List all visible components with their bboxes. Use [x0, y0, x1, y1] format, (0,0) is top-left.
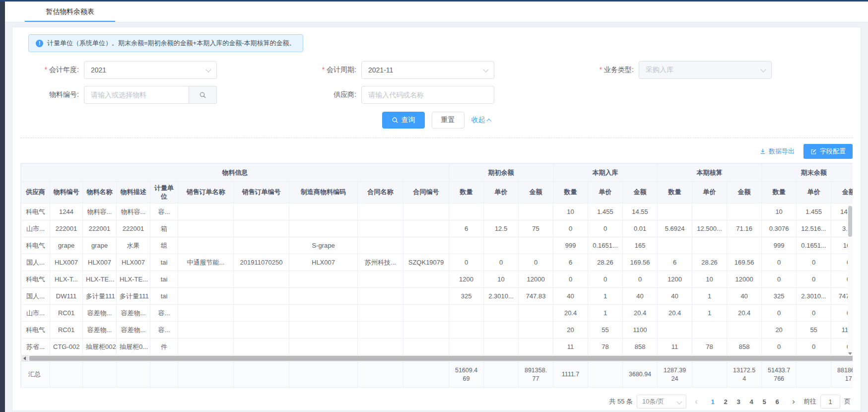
- horizontal-scrollbar[interactable]: [28, 355, 853, 361]
- reset-button[interactable]: 重置: [432, 112, 465, 129]
- next-page-button[interactable]: ›: [788, 395, 800, 409]
- page-number-3[interactable]: 3: [732, 395, 745, 409]
- table-cell: 325: [449, 288, 484, 305]
- table-cell: [358, 237, 403, 254]
- table-cell: [519, 339, 553, 355]
- data-export-link[interactable]: 数据导出: [759, 147, 795, 156]
- table-cell: [234, 339, 289, 355]
- field-config-button[interactable]: 字段配置: [803, 144, 853, 159]
- table-cell: [519, 204, 553, 220]
- table-header-row: 供应商物料编号物料名称物料描述计量单位销售订单名称销售订单编号制造商物料编码合同…: [21, 182, 853, 204]
- table-row: 科电气1244物料容...物料容...容...101.45514.55101.4…: [21, 204, 853, 220]
- table-cell: 0: [797, 271, 831, 288]
- collapse-link-label: 收起: [471, 116, 485, 125]
- table-cell: [178, 220, 234, 237]
- material-code-input[interactable]: [84, 86, 189, 104]
- table-cell: 容...: [150, 204, 178, 220]
- column-header: 数量: [658, 182, 692, 204]
- table-cell: 12.516...: [797, 220, 831, 237]
- goto-page-input[interactable]: [820, 395, 840, 409]
- page-number-1[interactable]: 1: [706, 395, 719, 409]
- table-cell: 0: [553, 271, 588, 288]
- table-cell: 78: [692, 339, 727, 355]
- group-header: 物料信息: [21, 164, 449, 182]
- horizontal-scrollbar-thumb[interactable]: [29, 356, 853, 361]
- fiscal-year-select[interactable]: 2021: [84, 61, 217, 79]
- table-cell: [449, 204, 484, 220]
- page-number-6[interactable]: 6: [771, 395, 784, 409]
- table-cell: CTG-002: [50, 339, 83, 355]
- table-cell: [449, 237, 484, 254]
- page-size-value: 10条/页: [642, 397, 664, 406]
- table-row: 科电气grapegrape水果组S-grape9990.1651...16599…: [21, 237, 853, 254]
- fiscal-period-select[interactable]: 2021-11: [361, 61, 494, 79]
- page-number-5[interactable]: 5: [758, 395, 771, 409]
- table-cell: 容...: [150, 305, 178, 322]
- table-cell: [484, 305, 519, 322]
- table-cell: 201911070250: [234, 254, 289, 271]
- table-cell: 11: [553, 339, 588, 355]
- business-type-select-disabled[interactable]: 采购入库: [639, 61, 772, 79]
- table-cell: [484, 237, 519, 254]
- table-group-header-row: 物料信息期初余额本期入库本期核算期末余额: [21, 164, 853, 182]
- table-cell: [403, 204, 449, 220]
- table-cell: 1100: [623, 322, 658, 339]
- table-cell: 科电气: [21, 271, 50, 288]
- group-header: 本期入库: [553, 164, 658, 182]
- page-number-list: 123456: [706, 395, 784, 409]
- table-cell: 28.26: [588, 254, 623, 271]
- table-cell: 40: [658, 288, 692, 305]
- prev-page-button[interactable]: ‹: [690, 395, 702, 409]
- info-alert: ! 计量单位（系统单位）。期末余额=期初余额的金额+本期入库的金额-本期核算的金…: [28, 34, 303, 52]
- table-cell: 0: [553, 220, 588, 237]
- table-cell: 1: [692, 288, 727, 305]
- table-cell: [358, 339, 403, 355]
- page-number-4[interactable]: 4: [745, 395, 758, 409]
- search-icon: [199, 91, 206, 99]
- tab-estimated-material-balance[interactable]: 暂估物料余额表: [25, 1, 115, 22]
- table-cell: 28.26: [692, 254, 727, 271]
- page-number-2[interactable]: 2: [719, 395, 732, 409]
- scroll-left-arrow-icon[interactable]: [21, 355, 28, 361]
- table-cell: 科电气: [21, 204, 50, 220]
- table-cell: 箱: [150, 220, 178, 237]
- table-cell: 抽屉柜0...: [117, 339, 150, 355]
- balance-table-wrap: 物料信息期初余额本期入库本期核算期末余额供应商物料编号物料名称物料描述计量单位销…: [20, 163, 853, 388]
- table-cell: [178, 288, 234, 305]
- column-header: 供应商: [21, 182, 50, 204]
- table-cell: [289, 322, 358, 339]
- table-cell: [234, 220, 289, 237]
- vertical-scrollbar[interactable]: [848, 205, 853, 356]
- table-cell: 山市...: [21, 305, 50, 322]
- summary-cell: 891358.77: [519, 362, 553, 388]
- table-cell: [727, 237, 762, 254]
- summary-cell: 51609.469: [449, 362, 484, 388]
- table-row: 国人...DW111多计量111多计量111tai3252.3010...747…: [21, 288, 853, 305]
- column-header: 数量: [449, 182, 484, 204]
- table-cell: [692, 237, 727, 254]
- table-cell: 国人...: [21, 288, 50, 305]
- table-cell: 山市...: [21, 220, 50, 237]
- collapse-link[interactable]: 收起: [471, 116, 491, 125]
- summary-cell: [150, 362, 178, 388]
- table-cell: 20.4: [727, 305, 762, 322]
- material-search-button[interactable]: [189, 86, 217, 104]
- table-cell: [519, 322, 553, 339]
- chevron-down-icon: [205, 67, 211, 72]
- table-cell: [727, 322, 762, 339]
- download-icon: [759, 148, 766, 155]
- scroll-down-arrow-icon[interactable]: [848, 352, 852, 355]
- sidebar-edge: [0, 0, 5, 412]
- supplier-input[interactable]: [361, 86, 494, 104]
- table-cell: 0.3076: [762, 220, 797, 237]
- table-cell: 12.5: [484, 220, 519, 237]
- table-cell: 165: [623, 237, 658, 254]
- table-cell: SZQK19079: [403, 254, 449, 271]
- page-size-select[interactable]: 10条/页: [637, 395, 686, 409]
- table-cell: [234, 288, 289, 305]
- table-cell: 0: [449, 254, 484, 271]
- query-button[interactable]: 查询: [382, 112, 425, 129]
- table-cell: 0.1651...: [588, 237, 623, 254]
- table-cell: 0: [623, 271, 658, 288]
- vertical-scrollbar-thumb[interactable]: [848, 206, 852, 237]
